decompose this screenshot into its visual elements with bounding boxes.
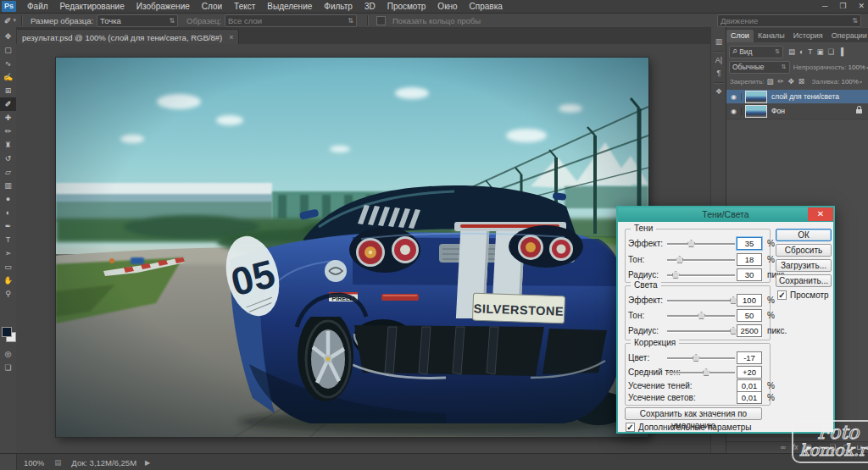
screen-mode-button[interactable]: ❏ <box>0 361 16 374</box>
menu-select[interactable]: Выделение <box>261 0 318 13</box>
midtone-slider[interactable] <box>667 372 735 374</box>
gradient-tool[interactable]: ▥ <box>0 179 16 192</box>
highlights-radius-slider[interactable] <box>667 330 735 333</box>
highlights-amount-slider[interactable] <box>667 300 735 302</box>
blur-tool[interactable]: ● <box>0 192 16 206</box>
menu-view[interactable]: Просмотр <box>381 0 432 13</box>
layer-thumbnail[interactable] <box>745 105 767 118</box>
color-swatches[interactable] <box>0 325 16 344</box>
more-options-checkbox[interactable]: ✓ <box>626 423 635 432</box>
close-button[interactable]: ✕ <box>858 0 865 13</box>
device-preview-icon[interactable]: ▥ <box>711 36 726 48</box>
zoom-level[interactable]: 100% <box>24 458 44 467</box>
menu-type[interactable]: Текст <box>228 0 261 13</box>
workspace-dropdown[interactable]: Движение ⇅ <box>717 14 861 27</box>
load-button[interactable]: Загрузить... <box>776 259 832 272</box>
shadows-tone-input[interactable]: 18 <box>737 253 762 266</box>
menu-file[interactable]: Файл <box>21 0 54 13</box>
filter-toggle-icon[interactable]: ▐ <box>838 47 843 56</box>
shadows-radius-input[interactable]: 30 <box>737 268 762 281</box>
menu-image[interactable]: Изображение <box>131 0 196 13</box>
dialog-title[interactable]: Тени/Света <box>618 207 833 222</box>
tab-actions[interactable]: Операции <box>827 30 868 42</box>
clone-stamp-tool[interactable]: ♜ <box>0 138 16 152</box>
pen-tool[interactable]: ✒ <box>0 219 16 233</box>
layer-name[interactable]: слой для тени/света <box>771 92 839 101</box>
shape-tool[interactable]: ▭ <box>0 260 16 274</box>
lock-pixels-icon[interactable]: ✏ <box>778 77 784 86</box>
move-tool[interactable]: ✥ <box>0 30 16 43</box>
shadows-amount-input[interactable]: 35 <box>737 237 762 250</box>
layer-name[interactable]: Фон <box>771 107 785 115</box>
shadows-amount-slider[interactable] <box>667 243 735 246</box>
lock-position-icon[interactable]: ✥ <box>788 77 794 86</box>
tab-channels[interactable]: Каналы <box>754 30 789 42</box>
tab-close-icon[interactable]: × <box>229 33 233 41</box>
lock-transparency-icon[interactable]: ▨ <box>767 77 774 86</box>
save-button[interactable]: Сохранить... <box>776 274 832 287</box>
color-input[interactable]: -17 <box>737 351 762 364</box>
sample-size-dropdown[interactable]: Точка ⇅ <box>97 14 178 27</box>
history-brush-tool[interactable]: ↺ <box>0 152 16 165</box>
layer-thumbnail[interactable] <box>745 91 767 103</box>
minimize-button[interactable]: ─ <box>822 0 827 13</box>
reset-button[interactable]: Сбросить <box>776 244 832 257</box>
shadows-radius-slider[interactable] <box>667 274 735 277</box>
foreground-color-swatch[interactable] <box>2 327 12 337</box>
tab-history[interactable]: История <box>789 30 827 42</box>
save-defaults-button[interactable]: Сохранить как значения по умолчанию <box>625 407 762 420</box>
preview-checkbox[interactable]: ✓ <box>777 290 787 300</box>
opacity-value[interactable]: 100% <box>849 64 865 71</box>
layer-filter-dropdown[interactable]: ⚲ Вид ⇅ <box>729 46 783 58</box>
link-icon[interactable]: ∞ <box>781 443 786 451</box>
quick-selection-tool[interactable]: ✍ <box>0 70 16 84</box>
canvas-pasteboard[interactable]: SILVERSTONE PIRELLI <box>16 44 710 453</box>
color-slider[interactable] <box>667 357 735 360</box>
shadows-tone-slider[interactable] <box>667 259 735 262</box>
fill-value[interactable]: 100% <box>841 78 858 86</box>
eyedropper-icon[interactable]: ✐ <box>4 16 11 25</box>
shadow-clip-input[interactable]: 0,01 <box>737 379 762 392</box>
zoom-tool[interactable]: ⚲ <box>0 287 16 301</box>
eraser-tool[interactable]: ▱ <box>0 165 16 179</box>
filter-smart-object-icon[interactable]: ❏ <box>827 47 834 56</box>
highlight-clip-input[interactable]: 0,01 <box>737 391 762 404</box>
healing-brush-tool[interactable]: ✚ <box>0 111 16 124</box>
show-ring-checkbox[interactable] <box>376 16 386 25</box>
menu-filter[interactable]: Фильтр <box>318 0 359 13</box>
lasso-tool[interactable]: ∿ <box>0 57 16 70</box>
visibility-eye-icon[interactable]: ◉ <box>726 93 742 101</box>
eyedropper-tool[interactable]: ✐ <box>0 97 16 111</box>
dialog-close-button[interactable]: ✕ <box>808 207 833 221</box>
menu-3d[interactable]: 3D <box>359 0 381 13</box>
tab-layers[interactable]: Слои <box>726 30 754 42</box>
quick-mask-button[interactable]: ◎ <box>0 347 16 361</box>
crop-tool[interactable]: ⊞ <box>0 84 16 97</box>
highlights-tone-input[interactable]: 50 <box>737 309 762 322</box>
marquee-tool[interactable]: ▢ <box>0 43 16 57</box>
highlights-amount-input[interactable]: 100 <box>737 294 762 307</box>
highlights-radius-input[interactable]: 2500 <box>737 324 762 337</box>
lock-all-icon[interactable]: ⊠ <box>798 77 804 86</box>
menu-help[interactable]: Справка <box>464 0 509 13</box>
3d-panel-icon[interactable]: ❖ <box>711 86 726 98</box>
paragraph-panel-icon[interactable]: ¶ <box>711 67 726 80</box>
character-panel-icon[interactable]: A| <box>711 54 726 67</box>
filter-type-icon[interactable]: T <box>808 47 812 56</box>
brush-tool[interactable]: ✏ <box>0 124 16 138</box>
status-menu-arrow-icon[interactable]: ▶ <box>145 459 150 467</box>
filter-adjustment-icon[interactable]: ◐ <box>799 47 804 56</box>
type-tool[interactable]: T <box>0 233 16 246</box>
layer-row-shadows-highlights[interactable]: ◉ слой для тени/света <box>726 90 868 103</box>
menu-layers[interactable]: Слои <box>196 0 228 13</box>
dodge-tool[interactable]: ◐ <box>0 206 16 219</box>
visibility-eye-icon[interactable]: ◉ <box>726 108 742 115</box>
document-tab[interactable]: результат.psd @ 100% (слой для тени/свет… <box>16 29 239 45</box>
highlights-tone-slider[interactable] <box>667 315 735 318</box>
filter-image-icon[interactable]: ▤ <box>788 47 795 56</box>
hand-tool[interactable]: ✋ <box>0 274 16 287</box>
tool-preset-arrow-icon[interactable]: ▾ <box>13 17 16 24</box>
menu-edit[interactable]: Редактирование <box>54 0 131 13</box>
blend-mode-dropdown[interactable]: Обычные ⇅ <box>729 61 790 74</box>
midtone-input[interactable]: +20 <box>737 366 762 379</box>
